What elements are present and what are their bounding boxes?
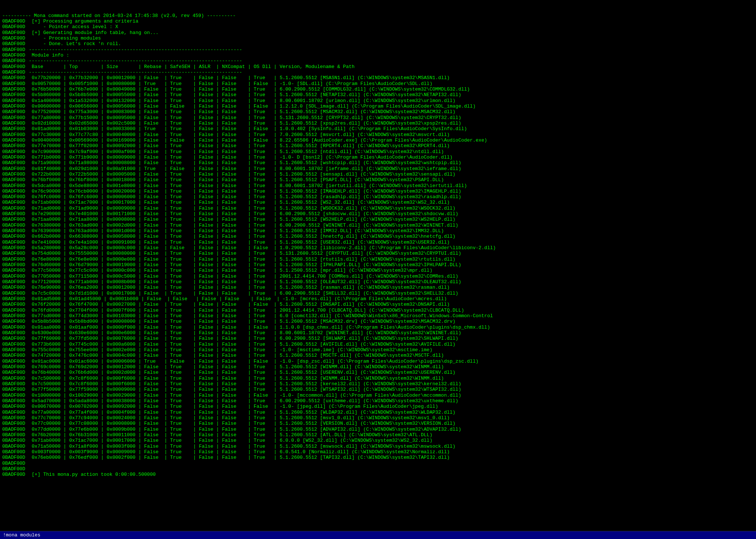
terminal-line: 0BADF00D 0x76c90000 | 0x76cb0000 | 0x000…	[2, 189, 754, 194]
line-address: 0BADF00D	[2, 427, 29, 432]
line-address: 0BADF00D	[2, 347, 29, 353]
line-content: ----------------------------------------…	[29, 70, 754, 75]
terminal-line: 0BADF00D 0x769c0000 | 0x769d2000 | 0x000…	[2, 364, 754, 370]
terminal-line: 0BADF00D 0x1a400000 | 0x1a532000 | 0x001…	[2, 98, 754, 104]
line-content: 0x00670000 | 0x00702000 | 0x00092000 | F…	[29, 404, 754, 409]
terminal-line: 0BADF00D 0x77c70000 | 0x77c94000 | 0x000…	[2, 415, 754, 421]
terminal-window: ---------- Mona command started on 2014-…	[0, 0, 756, 539]
line-content: 0x1a400000 | 0x1a532000 | 0x00132000 | F…	[29, 98, 754, 104]
line-content: 0x754d0000 | 0x75550000 | 0x00080000 | F…	[29, 251, 754, 256]
status-bar: !mona modules	[0, 531, 756, 539]
terminal-line: 0BADF00D 0x7c500000 | 0x7c8f6000 | 0x000…	[2, 381, 754, 387]
terminal-line: 0BADF00D 0x5b860000 | 0x5b8b5000 | 0x000…	[2, 92, 754, 98]
line-address: 0BADF00D	[2, 376, 29, 381]
line-address: 0BADF00D	[2, 285, 29, 290]
line-content: 0x77f60000 | 0x77fd5000 | 0x00076000 | F…	[29, 336, 754, 341]
terminal-line: 0BADF00D - Done. Let's rock 'n roll.	[2, 41, 754, 47]
line-address: 0BADF00D	[2, 75, 29, 81]
line-address: 0BADF00D	[2, 370, 29, 375]
terminal-line: 0BADF00D--------------------------------…	[2, 70, 754, 75]
terminal-line: 0BADF00D 0x76e90000 | 0x76ea2000 | 0x000…	[2, 285, 754, 290]
line-content: 0x77050000 | 0x77115000 | 0x000c5000 | F…	[29, 274, 754, 279]
terminal-line: 0BADF00D [+] This mona.py action took 0:…	[2, 472, 754, 477]
line-content: ---------- Mona command started on 2014-…	[2, 13, 754, 18]
status-bar-label: !mona modules	[3, 532, 40, 538]
terminal-line: 0BADF00D 0x771b0000 | 0x771b9000 | 0x000…	[2, 155, 754, 160]
terminal-line: 0BADF00D 0x01f40000 | 0x029d1000 | 0x00a…	[2, 166, 754, 172]
line-address: 0BADF00D	[2, 52, 29, 58]
line-content: 0x77a00000 | 0x77a4f000 | 0x0004f000 | F…	[29, 410, 754, 415]
line-content: 0x76b50000 | 0x76b7e000 | 0x00049000 | F…	[29, 87, 754, 92]
line-content: 0x77a80000 | 0x77b15000 | 0x00095000 | F…	[29, 115, 754, 121]
line-content: 0x77520000 | 0x775a3000 | 0x00083000 | F…	[29, 109, 754, 115]
line-content: 0x00570000 | 0x005f1000 | 0x00080000 | T…	[29, 81, 754, 87]
line-content: 0x71ab0000 | 0x71ac7000 | 0x00017000 | F…	[29, 200, 754, 205]
line-content: 0x5dca0000 | 0x5de88000 | 0x001e8000 | F…	[29, 183, 754, 189]
line-address: 0BADF00D	[2, 387, 29, 392]
line-content: 0x77c50000 | 0x77c5c000 | 0x0000c000 | F…	[29, 268, 754, 273]
line-address: 0BADF00D	[2, 302, 29, 307]
line-content: 0x769c0000 | 0x769d2000 | 0x00012000 | F…	[29, 364, 754, 370]
terminal-line: 0BADF00D - Pointer access level : X	[2, 24, 754, 30]
terminal-line: 0BADF00D 0x773b6000 | 0x7745c000 | 0x000…	[2, 342, 754, 347]
line-address: 0BADF00D	[2, 155, 29, 160]
terminal-line: 0BADF00D 0x01ac0000 | 0x01ac6000 | 0x000…	[2, 359, 754, 364]
line-content: Base | Top | Size | Rebase | SafeSEH | A…	[29, 64, 754, 70]
line-content: 0x01aa0000 | 0x01aaf000 | 0x0000f000 | F…	[29, 325, 754, 330]
terminal-line: 0BADF00D 0x77c00000 | 0x77c08000 | 0x000…	[2, 421, 754, 426]
terminal-line: 0BADF00D 0x76380000 | 0x763ad000 | 0x000…	[2, 223, 754, 228]
line-address: 0BADF00D	[2, 472, 29, 477]
line-content: 0x77f50000 | 0x77f59000 | 0x00009000 | F…	[29, 387, 754, 392]
line-content: 0x755c0000 | 0x755ee000 | 0x0002e000 | F…	[29, 347, 754, 353]
line-content: 0x01f40000 | 0x029d1000 | 0x00a91000 | T…	[29, 166, 754, 172]
line-content: 0x003f0000 | 0x003f9000 | 0x00009000 | F…	[29, 449, 754, 455]
line-address: 0BADF00D	[2, 415, 29, 421]
line-address: 0BADF00D	[2, 262, 29, 268]
line-content	[29, 466, 754, 472]
terminal-line: 0BADF00D 0x77c50000 | 0x77c5c000 | 0x000…	[2, 268, 754, 273]
terminal-line: 0BADF00D 0x755c0000 | 0x755ee000 | 0x000…	[2, 347, 754, 353]
line-address: 0BADF00D	[2, 217, 29, 222]
terminal-line: 0BADF00D 0x77b20000 | 0x77b32000 | 0x000…	[2, 75, 754, 81]
line-content: 0x662b0000 | 0x66308000 | 0x00058000 | F…	[29, 234, 754, 239]
line-content: 0x7c500000 | 0x7c8f6000 | 0x000f6000 | F…	[29, 376, 754, 381]
terminal-line: 0BADF00D Base | Top | Size | Rebase | Sa…	[2, 64, 754, 70]
line-address: 0BADF00D	[2, 308, 29, 313]
line-address: 0BADF00D	[2, 223, 29, 228]
terminal-line: 0BADF00D 0x76fc0000 | 0x76fc6000 | 0x000…	[2, 194, 754, 200]
terminal-line: 0BADF00D 0x7e290000 | 0x7e401000 | 0x001…	[2, 211, 754, 217]
terminal-line: 0BADF00D 0x71ab0000 | 0x71ac7000 | 0x000…	[2, 438, 754, 443]
line-content	[29, 461, 754, 466]
line-address: 0BADF00D	[2, 228, 29, 234]
line-address: 0BADF00D	[2, 30, 29, 35]
terminal-line: 0BADF00D 0x01aa0000 | 0x01aaf000 | 0x000…	[2, 325, 754, 330]
line-address: 0BADF00D	[2, 81, 29, 87]
terminal-line: 0BADF00D	[2, 466, 754, 472]
line-content: 0x5b8b5000 | 0x5b8bd000 | 0x00008000 | F…	[29, 319, 754, 324]
line-content: 0x773b6000 | 0x7745c000 | 0x000a6000 | F…	[29, 342, 754, 347]
terminal-line: 0BADF00D 0x77120000 | 0x771ab000 | 0x000…	[2, 279, 754, 285]
line-address: 0BADF00D	[2, 200, 29, 205]
line-content: 0x722b0000 | 0x722b5000 | 0x00005000 | F…	[29, 172, 754, 177]
line-address: 0BADF00D	[2, 115, 29, 121]
terminal-line: 0BADF00D 0x5ad70000 | 0x5ada8000 | 0x000…	[2, 398, 754, 404]
line-address: 0BADF00D	[2, 330, 29, 336]
terminal-output[interactable]: ---------- Mona command started on 2014-…	[0, 0, 756, 531]
terminal-line: 0BADF00D 0x5dca0000 | 0x5de88000 | 0x001…	[2, 183, 754, 189]
terminal-line: ---------- Mona command started on 2014-…	[2, 13, 754, 18]
terminal-line: 0BADF00D 0x77050000 | 0x77115000 | 0x000…	[2, 274, 754, 279]
line-content: 0x01ad0000 | 0x01b03000 | 0x00033000 | T…	[29, 126, 754, 132]
line-address: 0BADF00D	[2, 291, 29, 296]
terminal-line: 0BADF00D 0x71ad0000 | 0x71ad9000 | 0x000…	[2, 206, 754, 211]
line-address: 0BADF00D	[2, 313, 29, 319]
line-content: [+] Processing arguments and criteria	[29, 18, 754, 24]
terminal-line: 0BADF00D 0x00400000 | 0x00569000 | 0x001…	[2, 138, 754, 143]
terminal-line: 0BADF00D 0x00670000 | 0x00702000 | 0x000…	[2, 404, 754, 409]
terminal-line: 0BADF00D 0x7c900000 | 0x7c9af000 | 0x000…	[2, 149, 754, 155]
line-address: 0BADF00D	[2, 364, 29, 370]
line-content: 0x5ad70000 | 0x5ada8000 | 0x00038000 | F…	[29, 398, 754, 404]
line-address: 0BADF00D	[2, 381, 29, 387]
terminal-line: 0BADF00D [+] Processing arguments and cr…	[2, 18, 754, 24]
line-address: 0BADF00D	[2, 172, 29, 177]
terminal-line: 0BADF00D 0x77520000 | 0x775a3000 | 0x000…	[2, 109, 754, 115]
